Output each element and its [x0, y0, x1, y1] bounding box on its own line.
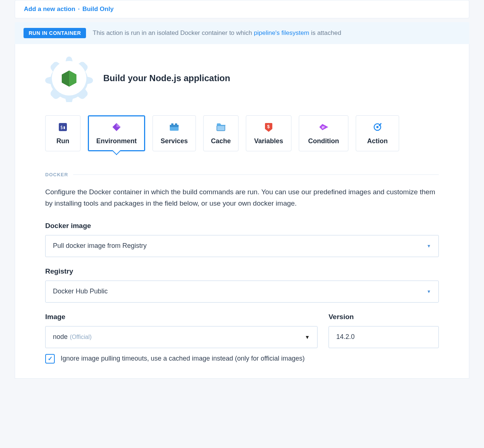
- image-official-suffix: (Official): [70, 334, 92, 340]
- tab-condition[interactable]: IF Condition: [299, 115, 348, 151]
- svg-point-15: [376, 126, 379, 128]
- image-label: Image: [45, 313, 318, 321]
- ignore-timeouts-row: ✓ Ignore image pulling timeouts, use a c…: [45, 354, 439, 364]
- svg-text:$: $: [267, 124, 270, 129]
- chevron-down-icon: ▼: [305, 334, 310, 340]
- svg-text:IF: IF: [322, 125, 325, 129]
- pipeline-filesystem-link[interactable]: pipeline's filesystem: [254, 29, 309, 36]
- breadcrumb-separator: ·: [78, 6, 79, 12]
- tab-action-label: Action: [367, 137, 388, 145]
- tab-environment[interactable]: Environment: [88, 115, 145, 151]
- tab-condition-label: Condition: [308, 137, 339, 145]
- ignore-timeouts-checkbox[interactable]: ✓: [45, 354, 55, 364]
- banner-text-after: is attached: [309, 29, 341, 36]
- breadcrumb-link-add-action[interactable]: Add a new action: [24, 6, 75, 12]
- nodejs-icon: [61, 70, 77, 87]
- tab-run-label: Run: [57, 137, 69, 145]
- svg-text:$▮: $▮: [60, 125, 65, 130]
- banner-text: This action is run in an isolated Docker…: [93, 29, 341, 37]
- main-panel: Build your Node.js application $▮ Run En…: [15, 44, 469, 379]
- tab-run[interactable]: $▮ Run: [45, 115, 80, 151]
- field-image: Image node (Official) ▼: [45, 313, 318, 348]
- run-in-container-badge: RUN IN CONTAINER: [24, 28, 86, 38]
- image-version-row: Image node (Official) ▼ Version: [45, 313, 439, 348]
- registry-select[interactable]: Docker Hub Public ▼: [45, 281, 439, 303]
- tab-services[interactable]: Services: [153, 115, 196, 151]
- tab-cache-label: Cache: [211, 137, 231, 145]
- svg-marker-1: [69, 71, 76, 87]
- docker-image-value: Pull docker image from Registry: [53, 242, 147, 250]
- docker-image-select[interactable]: Pull docker image from Registry ▼: [45, 235, 439, 257]
- svg-rect-9: [175, 123, 177, 126]
- image-value: node: [53, 333, 68, 341]
- chevron-down-icon: ▼: [427, 243, 431, 249]
- version-label: Version: [329, 313, 439, 321]
- environment-icon: [111, 122, 122, 132]
- banner-text-before: This action is run in an isolated Docker…: [93, 29, 254, 36]
- check-icon: ✓: [48, 355, 53, 362]
- svg-rect-8: [171, 123, 173, 126]
- registry-label: Registry: [45, 267, 439, 275]
- docker-image-label: Docker image: [45, 222, 439, 230]
- section-label-docker: DOCKER: [45, 172, 439, 177]
- svg-rect-10: [217, 126, 225, 131]
- registry-value: Docker Hub Public: [53, 288, 108, 295]
- container-info-banner: RUN IN CONTAINER This action is run in a…: [15, 22, 469, 44]
- node-gear-badge: [45, 54, 93, 102]
- cache-icon: [216, 122, 226, 132]
- tab-variables[interactable]: $ Variables: [246, 115, 291, 151]
- svg-marker-5: [116, 123, 121, 127]
- run-icon: $▮: [58, 122, 68, 132]
- section-description: Configure the Docker container in which …: [45, 186, 439, 209]
- tab-action[interactable]: Action: [356, 115, 399, 151]
- action-icon: [372, 122, 383, 132]
- services-icon: [169, 122, 179, 132]
- field-registry: Registry Docker Hub Public ▼: [45, 267, 439, 303]
- version-input[interactable]: [329, 326, 439, 348]
- breadcrumb-link-build-only[interactable]: Build Only: [82, 6, 114, 12]
- tabs-row: $▮ Run Environment Services Ca: [45, 115, 439, 151]
- page-title: Build your Node.js application: [103, 73, 230, 83]
- image-select[interactable]: node (Official) ▼: [45, 326, 318, 348]
- tab-variables-label: Variables: [254, 137, 283, 145]
- chevron-down-icon: ▼: [427, 289, 431, 294]
- heading-row: Build your Node.js application: [45, 54, 439, 102]
- tab-cache[interactable]: Cache: [203, 115, 239, 151]
- field-version: Version: [329, 313, 439, 348]
- tab-services-label: Services: [161, 137, 188, 145]
- field-docker-image: Docker image Pull docker image from Regi…: [45, 222, 439, 257]
- variables-icon: $: [263, 122, 274, 132]
- breadcrumb: Add a new action · Build Only: [15, 0, 469, 18]
- svg-rect-7: [170, 125, 179, 127]
- ignore-timeouts-label: Ignore image pulling timeouts, use a cac…: [61, 355, 305, 362]
- section-label-text: DOCKER: [45, 172, 68, 177]
- condition-icon: IF: [319, 122, 329, 132]
- tab-environment-label: Environment: [96, 137, 137, 145]
